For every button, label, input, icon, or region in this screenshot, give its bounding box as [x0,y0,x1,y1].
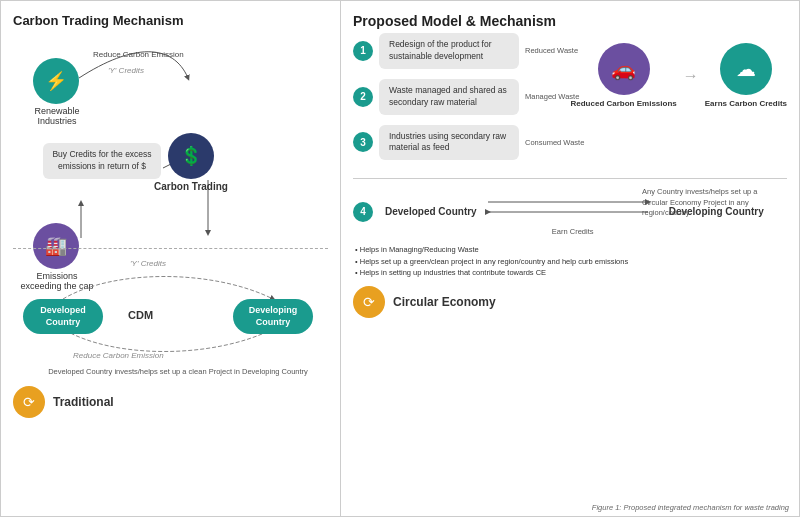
step-arrow-3: Consumed Waste [525,138,584,147]
bullet-1: Helps in Managing/Reducing Waste [355,244,787,255]
cdm-section: 'Y' Credits Developed Country CDM Develo… [13,248,328,378]
circular-economy-badge: ⟳ Circular Economy [353,286,787,318]
traditional-label: Traditional [53,395,114,409]
reduced-emissions-label: Reduced Carbon Emissions [571,99,677,109]
figure-caption: Figure 1: Proposed integrated mechanism … [592,503,789,512]
step4-area: Any Country invests/helps set up a Circu… [353,178,787,318]
arrow-between-circles: → [683,67,699,85]
reduce-arrow-label: Reduce Carbon Emission [93,50,184,59]
circular-economy-label: Circular Economy [393,295,496,309]
step4-note: Any Country invests/helps set up a Circu… [642,187,782,219]
buy-credits-box: Buy Credits for the excess emissions in … [43,143,161,179]
left-top-section: Reduce Carbon Emission 'Y' Credits ⚡ Ren… [13,38,328,238]
earns-credits-label: Earns Carbon Credits [705,99,787,109]
credits-y-label: 'Y' Credits [108,66,144,75]
cdm-credits-label: 'Y' Credits [73,259,223,268]
developed-country-label: Developed Country [385,206,477,217]
step-box-1: Redesign of the product for sustainable … [379,33,519,69]
step-box-3: Industries using secondary raw material … [379,125,519,161]
step-row-3: 3 Industries using secondary raw materia… [353,125,787,161]
right-panel: Proposed Model & Mechanism 1 Redesign of… [341,1,799,516]
traditional-badge: ⟳ Traditional [13,386,328,418]
steps-wrapper: 1 Redesign of the product for sustainabl… [353,33,787,170]
step-number-1: 1 [353,41,373,61]
bullet-list: Helps in Managing/Reducing Waste Helps s… [353,244,787,278]
main-container: Carbon Trading Mechanism [0,0,800,517]
step-number-3: 3 [353,132,373,152]
reduced-emissions-icon: 🚗 [598,43,650,95]
renewable-icon: ⚡ [33,58,79,104]
earns-credits-group: ☁ Earns Carbon Credits [705,43,787,109]
renewable-label: Renewable Industries [17,106,97,126]
earn-credits-label: Earn Credits [552,227,594,236]
left-panel-title: Carbon Trading Mechanism [13,13,328,28]
steps-right: 🚗 Reduced Carbon Emissions → ☁ Earns Car… [571,43,788,109]
earns-credits-icon: ☁ [720,43,772,95]
carbon-trading-icon: 💲 [168,133,214,179]
circular-economy-icon: ⟳ [353,286,385,318]
invest-note: Developed Country invests/helps set up a… [23,367,333,376]
bullet-2: Helps set up a green/clean project in an… [355,256,787,267]
traditional-icon: ⟳ [13,386,45,418]
step-box-2: Waste managed and shared as secondary ra… [379,79,519,115]
step-number-2: 2 [353,87,373,107]
right-panel-title: Proposed Model & Mechanism [353,13,787,29]
developing-country-pill: Developing Country [233,299,313,334]
step-number-4: 4 [353,202,373,222]
carbon-trading-label: Carbon Trading [151,181,231,192]
left-panel: Carbon Trading Mechanism [1,1,341,516]
reduced-emissions-group: 🚗 Reduced Carbon Emissions [571,43,677,109]
developed-country-pill: Developed Country [23,299,103,334]
reduce-bottom-label: Reduce Carbon Emission [73,351,164,360]
step4-arrows-svg [483,187,663,227]
bullet-3: Helps in setting up industries that cont… [355,267,787,278]
cdm-label: CDM [128,309,153,321]
